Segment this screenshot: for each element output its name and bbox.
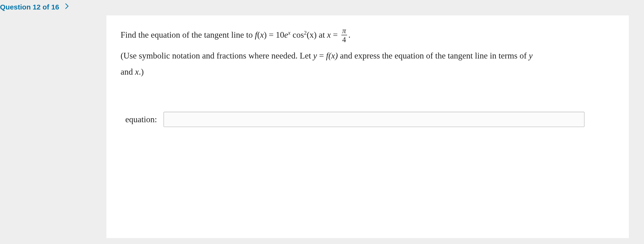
- problem-prefix: Find the equation of the tangent line to: [120, 28, 253, 42]
- period: .: [348, 28, 350, 42]
- hint-text-4: .): [139, 67, 144, 76]
- hint-text-1: (Use symbolic notation and fractions whe…: [120, 51, 313, 60]
- hint-x2: x: [135, 67, 139, 76]
- fraction-pi-over-4: π 4: [342, 27, 347, 43]
- trig-arg: (x): [307, 30, 316, 40]
- next-question-chevron-icon[interactable]: [65, 3, 69, 11]
- func-arg: x: [260, 30, 264, 40]
- answer-row: equation:: [125, 112, 615, 127]
- question-content-card: Find the equation of the tangent line to…: [106, 15, 629, 238]
- problem-hint-line-1: (Use symbolic notation and fractions whe…: [120, 49, 615, 63]
- question-header: Question 12 of 16: [0, 0, 644, 15]
- coefficient: 10: [276, 30, 284, 40]
- hint-text-2: and express the equation of the tangent …: [338, 51, 529, 60]
- equation-input[interactable]: [164, 112, 584, 127]
- hint-eq: =: [317, 51, 326, 60]
- exponent: x: [288, 30, 290, 36]
- problem-line-1: Find the equation of the tangent line to…: [120, 27, 615, 43]
- math-expression: f(x) = 10ex cos2(x) at x =: [253, 28, 340, 42]
- x-var: x: [327, 30, 331, 40]
- e-base: e: [284, 30, 288, 40]
- answer-label: equation:: [125, 114, 157, 124]
- func-name: f: [255, 30, 257, 40]
- fraction-denominator: 4: [342, 35, 347, 43]
- hint-fx: f(x): [326, 51, 338, 60]
- hint-y2: y: [529, 51, 533, 60]
- problem-statement: Find the equation of the tangent line to…: [120, 27, 615, 79]
- equals-sign: =: [267, 30, 276, 40]
- hint-y: y: [313, 51, 317, 60]
- at-text: at: [316, 30, 327, 40]
- trig-fn: cos: [290, 30, 304, 40]
- hint-text-3: and: [120, 67, 135, 76]
- problem-hint-line-2: and x.): [120, 65, 615, 79]
- fraction-numerator: π: [342, 27, 347, 35]
- trig-exp: 2: [304, 30, 307, 36]
- question-number-label: Question 12 of 16: [0, 3, 59, 11]
